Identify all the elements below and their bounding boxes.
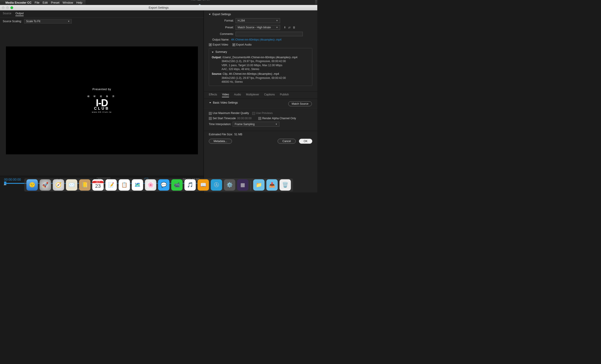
dock-maps-icon[interactable]: 🗺️ — [132, 179, 143, 191]
settings-pane: Export Settings Format: H.264 ▼ Preset: … — [204, 10, 317, 192]
dock-mediaencoder-icon[interactable]: ▦ — [237, 179, 249, 191]
import-preset-icon[interactable]: ⇄ — [288, 26, 290, 29]
preset-label: Preset: — [209, 26, 234, 29]
export-audio-label: Export Audio — [236, 43, 252, 46]
menu-help[interactable]: Help — [76, 1, 82, 4]
calendar-day: 23 — [95, 183, 100, 189]
estimated-size-label: Estimated File Size: — [209, 133, 233, 136]
tab-source[interactable]: Source — [3, 12, 11, 16]
preview-brand-bot: CLUB — [87, 106, 116, 111]
tab-multiplexer[interactable]: Multiplexer — [246, 93, 259, 97]
summary-source-l2: 3840x2160 (1.0), 29.97 fps, Progressive,… — [221, 76, 309, 80]
summary-source-l1: Clip, 4K-Chimei-inn-60mbps (4ksamples) .… — [223, 72, 279, 76]
dock-photos-icon[interactable]: 🌸 — [145, 179, 156, 191]
cancel-button[interactable]: Cancel — [278, 139, 296, 144]
dock-calendar-icon[interactable]: OCT 23 — [92, 179, 104, 191]
disclosure-triangle-icon — [212, 52, 214, 53]
basic-video-settings-header[interactable]: Basic Video Settings — [209, 101, 238, 104]
macos-dock: 🙂 🚀 🧭 ✉️ 📒 OCT 23 📝 📋 🗺️ 🌸 💬 📹 🎵 📖 Ⓐ ⚙️ … — [24, 178, 293, 192]
dock-contacts-icon[interactable]: 📒 — [79, 179, 90, 191]
match-source-button[interactable]: Match Source — [288, 101, 312, 106]
dock-appstore-icon[interactable]: Ⓐ — [211, 179, 222, 191]
summary-output-l4: AAC, 320 kbps, 48 kHz, Stereo — [221, 67, 309, 71]
start-timecode-value[interactable]: 00:00:00:00 — [237, 117, 251, 120]
ok-button[interactable]: OK — [299, 139, 312, 144]
preset-dropdown[interactable]: Match Source - High bitrate ▼ — [236, 25, 280, 30]
dock-mail-icon[interactable]: ✉️ — [66, 179, 77, 191]
preset-value: Match Source - High bitrate — [238, 26, 271, 29]
delete-preset-icon[interactable]: 🗑 — [293, 26, 296, 29]
summary-source-label: Source: — [212, 72, 222, 76]
menu-file[interactable]: File — [35, 1, 40, 4]
menu-preset[interactable]: Preset — [51, 1, 60, 4]
in-point-handle[interactable] — [4, 184, 6, 185]
window-close-button[interactable] — [2, 6, 5, 9]
comments-input[interactable] — [236, 32, 303, 36]
dock-facetime-icon[interactable]: 📹 — [171, 179, 183, 191]
time-interpolation-label: Time Interpolation: — [209, 123, 231, 126]
output-name-link[interactable]: 4K-Chimei-inn-60mbps (4ksamples)-.mp4 — [231, 38, 281, 41]
time-interpolation-value: Frame Sampling — [235, 123, 255, 126]
dock-messages-icon[interactable]: 💬 — [158, 179, 170, 191]
source-scaling-value: Scale To Fit — [26, 20, 40, 23]
use-previews-checkbox: Use Previews — [252, 112, 273, 115]
save-preset-icon[interactable]: ⬇ — [284, 26, 286, 29]
set-start-timecode-label: Set Start Timecode — [213, 117, 236, 120]
preview-logo: 精 研 視 務 所 I-D CLUB www.HD.Club.tw — [87, 95, 116, 113]
estimated-size-value: 51 MB — [234, 133, 242, 136]
export-audio-checkbox[interactable]: Export Audio — [232, 43, 252, 46]
menu-window[interactable]: Window — [63, 1, 73, 4]
menubar-clock[interactable]: Mon 11:45 AM — [191, 0, 210, 1]
timecode-current[interactable]: 00:00:00:00 — [4, 178, 21, 181]
time-interpolation-dropdown[interactable]: Frame Sampling ▼ — [233, 122, 279, 127]
export-settings-title: Export Settings — [212, 13, 231, 16]
summary-output-path: /Users/_Documents/4K-Chimei-inn-60mbps (… — [222, 56, 298, 59]
tab-output[interactable]: Output — [15, 12, 24, 16]
tab-video[interactable]: Video — [222, 93, 229, 97]
summary-output-label: Output: — [212, 56, 221, 59]
metadata-button[interactable]: Metadata... — [209, 139, 232, 144]
chevron-down-icon: ▼ — [276, 26, 278, 29]
tab-captions[interactable]: Captions — [264, 93, 275, 97]
chevron-down-icon: ▼ — [68, 20, 70, 22]
set-start-timecode-checkbox[interactable]: Set Start Timecode — [209, 117, 236, 120]
disclosure-triangle-icon — [209, 102, 211, 103]
preview-pane: Source Output Source Scaling: Scale To F… — [0, 10, 204, 192]
disclosure-triangle-icon — [209, 14, 211, 15]
dock-notes-icon[interactable]: 📝 — [106, 179, 117, 191]
app-name[interactable]: Media Encoder CC — [5, 1, 31, 4]
dock-reminders-icon[interactable]: 📋 — [119, 179, 130, 191]
menu-edit[interactable]: Edit — [43, 1, 48, 4]
dock-sysprefs-icon[interactable]: ⚙️ — [224, 179, 235, 191]
dock-launchpad-icon[interactable]: 🚀 — [40, 179, 51, 191]
summary-output-l3: VBR, 1 pass, Target 10.00 Mbps, Max 12.0… — [221, 63, 309, 67]
use-max-quality-checkbox[interactable]: Use Maximum Render Quality — [209, 112, 249, 115]
calendar-month: OCT — [92, 181, 104, 183]
dock-downloads-folder-icon[interactable]: 📥 — [266, 179, 278, 191]
source-scaling-label: Source Scaling: — [3, 20, 22, 23]
source-scaling-dropdown[interactable]: Scale To Fit ▼ — [24, 19, 72, 24]
chevron-down-icon: ▼ — [276, 19, 278, 22]
summary-output-l2: 3840x2160 (1.0), 29.97 fps, Progressive,… — [221, 59, 309, 63]
summary-header[interactable]: Summary — [212, 50, 309, 54]
export-settings-header[interactable]: Export Settings — [209, 13, 312, 16]
tab-audio[interactable]: Audio — [234, 93, 241, 97]
tab-publish[interactable]: Publish — [280, 93, 289, 97]
dock-finder-icon[interactable]: 🙂 — [27, 179, 38, 191]
dock-itunes-icon[interactable]: 🎵 — [185, 179, 196, 191]
dock-trash-icon[interactable]: 🗑️ — [280, 179, 291, 191]
export-video-checkbox[interactable]: Export Video — [209, 43, 228, 46]
tab-effects[interactable]: Effects — [209, 93, 217, 97]
window-zoom-button[interactable] — [10, 6, 13, 9]
window-title: Export Settings — [149, 6, 169, 9]
dock-ibooks-icon[interactable]: 📖 — [198, 179, 209, 191]
format-value: H.264 — [238, 19, 245, 22]
dock-safari-icon[interactable]: 🧭 — [53, 179, 64, 191]
render-alpha-checkbox[interactable]: Render Alpha Channel Only — [258, 117, 296, 120]
window-minimize-button[interactable] — [6, 6, 9, 9]
format-label: Format: — [209, 19, 234, 22]
preview-brand-top: I-D — [87, 99, 116, 107]
comments-label: Comments: — [209, 32, 234, 36]
format-dropdown[interactable]: H.264 ▼ — [236, 18, 280, 23]
dock-apps-folder-icon[interactable]: 📁 — [253, 179, 265, 191]
